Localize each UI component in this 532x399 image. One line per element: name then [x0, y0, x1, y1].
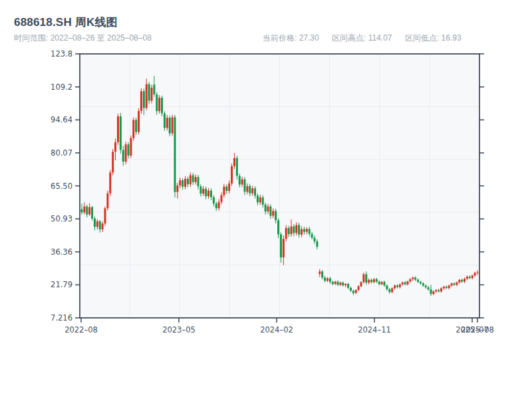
candle-up	[272, 211, 274, 215]
candle-up	[83, 207, 85, 213]
y-tick-label: 7.216	[51, 313, 72, 323]
candle-up	[471, 275, 473, 278]
candle-down	[200, 186, 201, 194]
candle-down	[314, 238, 316, 241]
candle-up	[246, 186, 248, 192]
candle-down	[342, 283, 344, 285]
candle-up	[221, 195, 223, 201]
candle-up	[184, 179, 186, 187]
x-tick-label: 2024–02	[260, 325, 293, 334]
candle-up	[402, 283, 404, 285]
x-tick-label: 2023–05	[162, 325, 196, 334]
candle-up	[166, 118, 168, 128]
candle-up	[381, 282, 383, 284]
candle-up	[334, 282, 336, 284]
candle-down	[269, 207, 271, 216]
candle-up	[233, 158, 235, 166]
candle-up	[223, 187, 225, 196]
y-tick-label: 109.2	[51, 82, 72, 92]
candle-down	[417, 280, 419, 282]
candle-up	[435, 290, 437, 291]
candle-up	[176, 186, 178, 192]
candle-down	[404, 283, 406, 285]
candle-up	[179, 180, 181, 186]
candle-up	[117, 116, 119, 142]
candle-down	[352, 291, 354, 293]
candle-up	[195, 177, 197, 182]
candle-down	[182, 180, 184, 187]
y-tick-label: 80.07	[51, 148, 72, 158]
candle-up	[301, 229, 303, 235]
x-tick-label: 2025–08	[461, 325, 494, 334]
candle-down	[321, 271, 323, 277]
candle-up	[358, 286, 360, 290]
candle-down	[303, 229, 305, 232]
candle-down	[425, 285, 427, 287]
x-tick-label: 2024–11	[358, 325, 391, 334]
candle-up	[466, 277, 468, 279]
candle-up	[360, 282, 362, 286]
candle-down	[257, 196, 259, 202]
candle-up	[409, 279, 411, 281]
candle-down	[187, 179, 189, 184]
candle-up	[267, 207, 269, 211]
candle-down	[288, 228, 290, 234]
candle-down	[420, 282, 422, 283]
candle-up	[172, 117, 174, 133]
candle-down	[277, 220, 279, 234]
candle-down	[337, 282, 339, 285]
candle-down	[311, 234, 313, 238]
candle-down	[169, 118, 171, 133]
candle-down	[205, 189, 207, 196]
candle-down	[461, 280, 463, 282]
candle-down	[215, 203, 217, 208]
candle-down	[280, 234, 282, 257]
candle-up	[399, 285, 401, 287]
candle-up	[295, 225, 297, 233]
candle-down	[164, 114, 166, 128]
candle-down	[94, 219, 96, 227]
candle-up	[432, 291, 434, 294]
candle-down	[438, 290, 440, 291]
candle-up	[368, 280, 370, 283]
candle-up	[344, 284, 346, 285]
x-tick-label: 2022–08	[65, 325, 98, 334]
candle-up	[306, 229, 308, 231]
candle-up	[112, 152, 114, 172]
candle-down	[386, 285, 388, 289]
candle-up	[109, 172, 111, 193]
candle-up	[151, 88, 153, 101]
candle-up	[339, 283, 341, 285]
candle-up	[464, 279, 466, 281]
candle-down	[309, 229, 311, 233]
candle-down	[153, 84, 155, 94]
candle-down	[376, 279, 378, 282]
candle-up	[458, 280, 460, 283]
y-tick-label: 21.79	[51, 280, 72, 289]
candle-down	[316, 241, 318, 247]
candle-down	[324, 277, 326, 281]
candle-down	[265, 205, 267, 211]
candle-up	[114, 142, 116, 152]
candle-up	[440, 288, 442, 291]
candle-up	[412, 277, 414, 279]
candle-down	[396, 285, 398, 287]
candle-down	[249, 186, 251, 194]
candle-down	[350, 288, 352, 291]
y-tick-label: 50.93	[51, 214, 72, 223]
candle-down	[378, 282, 380, 285]
y-tick-label: 65.50	[51, 182, 72, 191]
candle-down	[81, 209, 83, 213]
candle-down	[422, 283, 424, 285]
candle-up	[106, 194, 108, 208]
candle-down	[174, 117, 176, 192]
candle-up	[443, 287, 445, 288]
candle-up	[394, 285, 396, 288]
candle-down	[275, 211, 277, 220]
candle-up	[104, 208, 106, 223]
candle-down	[135, 120, 137, 132]
candle-up	[259, 198, 261, 202]
candle-up	[241, 180, 243, 185]
candle-up	[207, 191, 209, 197]
candle-up	[355, 290, 357, 293]
